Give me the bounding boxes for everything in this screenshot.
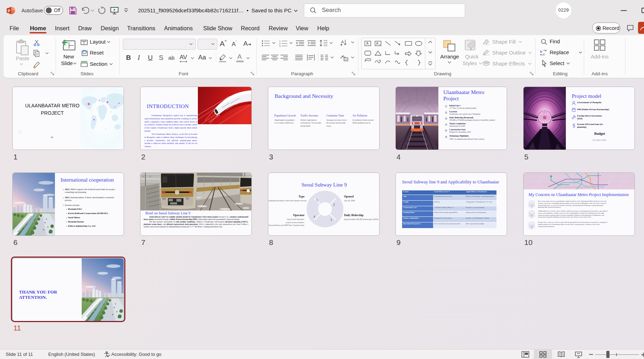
svg-text:P: P	[8, 9, 10, 13]
svg-text:3: 3	[531, 225, 532, 228]
svg-text:1: 1	[279, 40, 281, 42]
svg-text:A: A	[366, 42, 369, 45]
svg-text:1: 1	[531, 204, 532, 207]
svg-text:2: 2	[279, 42, 281, 45]
svg-text:A: A	[376, 42, 379, 45]
svg-text:A: A	[341, 40, 344, 44]
svg-text:3: 3	[279, 45, 281, 47]
svg-text:b: b	[540, 49, 542, 53]
svg-text:2: 2	[531, 214, 532, 217]
svg-text:c: c	[543, 52, 545, 56]
